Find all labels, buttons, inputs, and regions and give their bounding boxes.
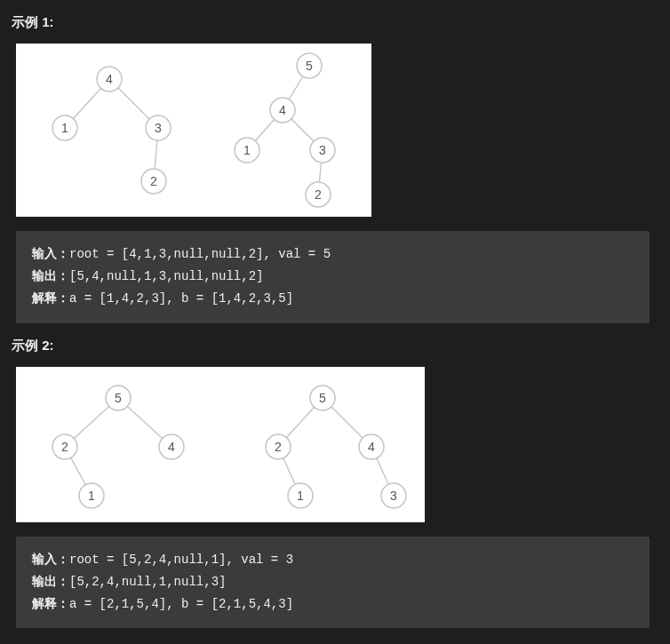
explain-label: 解释： <box>32 291 69 306</box>
explain-value: a = [1,4,2,3], b = [1,4,2,3,5] <box>69 291 293 306</box>
output-label: 输出： <box>32 575 69 589</box>
svg-text:3: 3 <box>390 489 397 503</box>
svg-text:1: 1 <box>61 121 68 135</box>
svg-text:4: 4 <box>368 440 375 454</box>
input-label: 输入： <box>32 553 69 567</box>
svg-text:4: 4 <box>279 103 286 117</box>
svg-text:2: 2 <box>61 440 68 454</box>
svg-text:3: 3 <box>155 121 162 135</box>
tree-diagram-2: 524152413 <box>16 367 425 522</box>
output-value: [5,4,null,1,3,null,null,2] <box>69 269 263 283</box>
input-value: root = [4,1,3,null,null,2], val = 5 <box>69 247 331 261</box>
svg-text:2: 2 <box>315 187 322 202</box>
example-1-code: 输入：root = [4,1,3,null,null,2], val = 5 输… <box>16 231 650 323</box>
svg-text:1: 1 <box>88 489 95 503</box>
example-2-diagram: 524152413 <box>16 367 425 522</box>
tree-diagram-1: 413254132 <box>16 44 371 217</box>
input-value: root = [5,2,4,null,1], val = 3 <box>69 553 293 567</box>
explain-label: 解释： <box>32 597 69 611</box>
svg-text:2: 2 <box>150 174 157 188</box>
svg-text:1: 1 <box>297 489 304 503</box>
output-value: [5,2,4,null,1,null,3] <box>69 575 226 589</box>
output-label: 输出： <box>32 269 69 283</box>
svg-text:5: 5 <box>319 391 326 405</box>
svg-text:4: 4 <box>168 440 175 454</box>
example-1-title: 示例 1: <box>12 14 654 31</box>
svg-text:2: 2 <box>275 440 282 454</box>
svg-text:3: 3 <box>319 143 326 157</box>
svg-text:4: 4 <box>106 72 113 86</box>
example-2-title: 示例 2: <box>12 338 654 354</box>
svg-text:5: 5 <box>306 59 313 73</box>
svg-text:5: 5 <box>115 391 122 405</box>
example-1-diagram: 413254132 <box>16 44 371 217</box>
input-label: 输入： <box>32 247 69 261</box>
svg-text:1: 1 <box>243 143 251 157</box>
explain-value: a = [2,1,5,4], b = [2,1,5,4,3] <box>69 597 293 611</box>
example-2-code: 输入：root = [5,2,4,null,1], val = 3 输出：[5,… <box>16 537 650 629</box>
